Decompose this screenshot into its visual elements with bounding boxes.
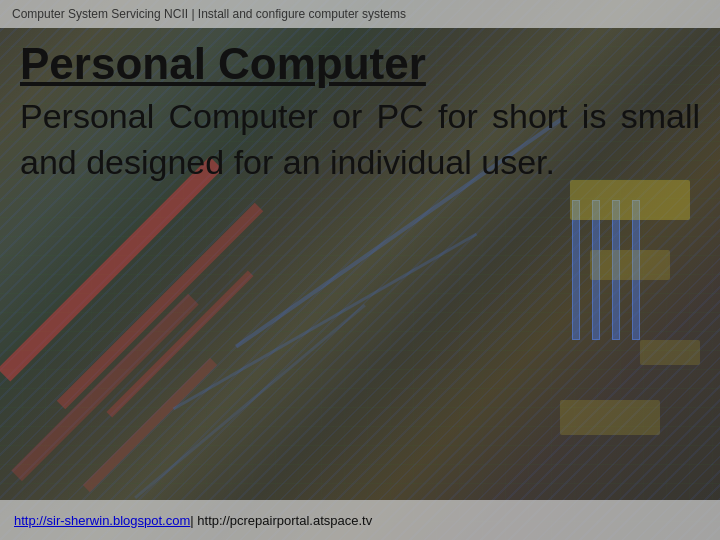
top-bar: Computer System Servicing NCII | Install… [0,0,720,28]
subtitle-text: Computer System Servicing NCII | Install… [12,7,406,21]
bottom-bar: http://sir-sherwin.blogspot.com | http:/… [0,500,720,540]
footer-extra-text: | http://pcrepairportal.atspace.tv [190,513,372,528]
footer-link[interactable]: http://sir-sherwin.blogspot.com [14,513,190,528]
slide-title: Personal Computer [20,40,700,88]
main-content: Personal Computer Personal Computer or P… [0,28,720,500]
slide-body: Personal Computer or PC for short is sma… [20,94,700,186]
